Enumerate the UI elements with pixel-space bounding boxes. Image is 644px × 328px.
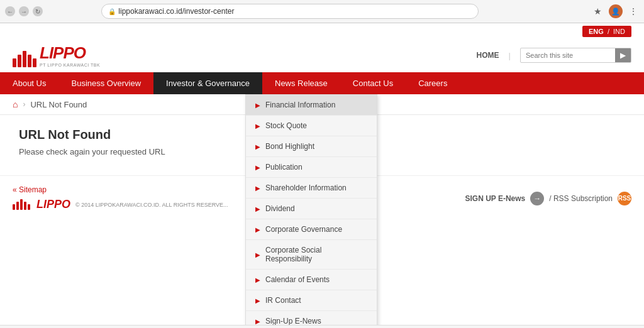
dropdown-arrow-icon: ▶ [255,164,260,171]
dropdown-corporate-governance[interactable]: ▶ Corporate Governance [246,219,377,240]
top-bar: ENG / IND [0,23,644,40]
logo-bar-1 [13,58,16,67]
dropdown-corporate-social-responsibility[interactable]: ▶ Corporate Social Responsibility [246,240,377,270]
header: LIPPO PT LIPPO KARAWACI TBK HOME | ▶ [0,40,644,72]
footer-logo-bar-4 [24,202,26,210]
logo-bar-4 [28,55,31,67]
rss-icon[interactable]: RSS [618,192,631,205]
dropdown-publication[interactable]: ▶ Publication [246,157,377,178]
nav-business-overview[interactable]: Business Overview [58,72,153,94]
rss-label: / RSS Subscription [549,194,613,203]
breadcrumb-current: URL Not Found [30,100,87,109]
nav-contact-us[interactable]: Contact Us [340,72,406,94]
footer-copyright: © 2014 LIPPOKARAWACI.CO.ID. ALL RIGHTS R… [75,202,228,208]
dropdown-shareholder-information[interactable]: ▶ Shareholder Information [246,178,377,199]
dropdown-ir-contact[interactable]: ▶ IR Contact [246,290,377,311]
dropdown-stock-quote[interactable]: ▶ Stock Quote [246,116,377,136]
dropdown-bond-highlight[interactable]: ▶ Bond Highlight [246,136,377,157]
dropdown-signup-enews[interactable]: ▶ Sign-Up E-News [246,311,377,325]
nav-news-release[interactable]: News Release [262,72,340,94]
dropdown-arrow-icon: ▶ [255,297,260,304]
header-right: HOME | ▶ [477,48,631,63]
lang-separator: / [608,28,609,35]
footer-logo-bars [13,199,30,210]
signup-label[interactable]: SIGN UP E-News [465,194,525,203]
footer-logo-bar-1 [13,204,15,210]
logo-bar-3 [23,51,26,67]
lang-switcher[interactable]: ENG / IND [582,26,631,37]
nav-separator: | [509,51,511,60]
bookmark-icon[interactable]: ★ [592,6,604,17]
dropdown-arrow-icon: ▶ [255,123,260,129]
logo-bar-2 [18,55,21,67]
logo-bars [13,51,36,67]
footer-logo-text: LIPPO [36,198,70,211]
search-input[interactable] [521,50,615,61]
logo-subtitle: PT LIPPO KARAWACI TBK [40,63,100,67]
dropdown-arrow-icon: ▶ [255,102,260,109]
dropdown-arrow-icon: ▶ [255,205,260,212]
signup-arrow-icon[interactable]: → [530,192,544,205]
dropdown-financial-information[interactable]: ▶ Financial Information [246,95,377,116]
logo-text: LIPPO [40,43,100,63]
url-bar[interactable]: 🔒 lippokarawaci.co.id/investor-center [101,4,479,19]
footer-logo-bar-5 [28,204,30,210]
home-breadcrumb-icon[interactable]: ⌂ [13,99,18,109]
nav-careers[interactable]: Careers [406,72,460,94]
forward-button[interactable]: → [19,6,29,16]
logo[interactable]: LIPPO PT LIPPO KARAWACI TBK [13,43,100,67]
logo-area: LIPPO PT LIPPO KARAWACI TBK [13,43,100,67]
profile-icon[interactable]: 👤 [609,4,623,18]
url-text: lippokarawaci.co.id/investor-center [118,7,234,16]
browser-chrome: ← → ↻ 🔒 lippokarawaci.co.id/investor-cen… [0,0,644,23]
signup-area: SIGN UP E-News → / RSS Subscription RSS [465,192,631,205]
investor-dropdown: ▶ Financial Information ▶ Stock Quote ▶ … [245,94,377,325]
menu-icon[interactable]: ⋮ [628,6,639,17]
footer-logo-bar-2 [16,202,19,210]
dropdown-arrow-icon: ▶ [255,276,260,283]
lock-icon: 🔒 [108,8,116,15]
dropdown-dividend[interactable]: ▶ Dividend [246,199,377,219]
dropdown-arrow-icon: ▶ [255,318,260,325]
footer-logo: LIPPO © 2014 LIPPOKARAWACI.CO.ID. ALL RI… [13,198,228,211]
nav-investor-governance[interactable]: Investor & Governance [153,72,262,94]
home-nav-link[interactable]: HOME [477,51,499,60]
lang-eng[interactable]: ENG [589,28,604,35]
sitemap-link[interactable]: Sitemap [13,185,228,194]
nav-bar: About Us Business Overview Investor & Go… [0,72,644,94]
breadcrumb-separator: › [23,100,25,109]
dropdown-arrow-icon: ▶ [255,185,260,192]
lang-ind[interactable]: IND [613,28,625,35]
dropdown-arrow-icon: ▶ [255,251,260,258]
dropdown-arrow-icon: ▶ [255,143,260,150]
nav-about-us[interactable]: About Us [0,72,58,94]
logo-bar-5 [33,58,36,67]
reload-button[interactable]: ↻ [33,6,43,16]
dropdown-arrow-icon: ▶ [255,226,260,233]
search-box: ▶ [520,48,631,63]
status-bar: https://www.lippokarawaci.co.id/investor… [0,325,644,328]
page-content: ENG / IND LIPPO PT LIPPO KARAWACI TBK [0,23,644,325]
search-button[interactable]: ▶ [615,48,631,62]
back-button[interactable]: ← [5,6,15,16]
dropdown-calendar-of-events[interactable]: ▶ Calendar of Events [246,270,377,290]
footer-logo-bar-3 [20,199,23,210]
